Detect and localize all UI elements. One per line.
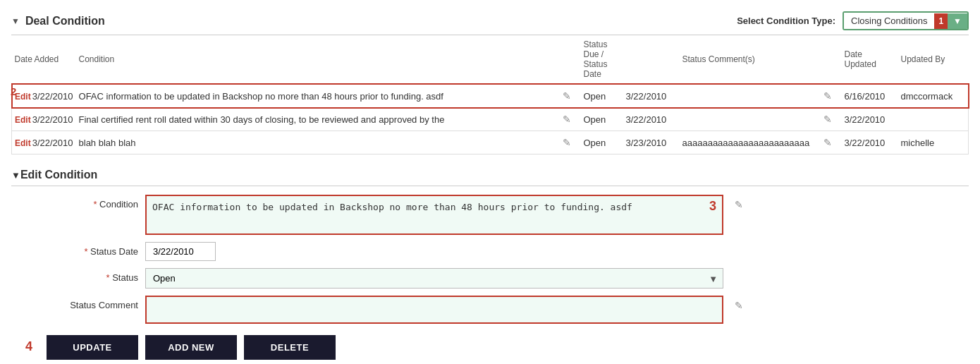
col-header-editicon2 (821, 35, 842, 84)
row3-condition: blah blah blah (76, 131, 560, 154)
condition-row: * Condition OFAC information to be updat… (25, 195, 969, 235)
table-row: Edit3/22/2010 blah blah blah ✎ Open 3/23… (12, 131, 969, 154)
table-row: Edit3/22/2010 Final certified rent roll … (12, 108, 969, 131)
dropdown-arrow-icon[interactable]: ▼ (948, 13, 967, 29)
row2-updated-by (898, 108, 969, 131)
row1-edit-icon[interactable]: ✎ (560, 84, 581, 108)
edit-form: * Condition OFAC information to be updat… (11, 195, 969, 324)
status-date-label: * Status Date (25, 242, 138, 257)
edit-condition-section: ▼ Edit Condition * Condition OFAC inform… (11, 163, 969, 360)
badge-1: 1 (934, 13, 948, 29)
page-wrapper: ▼ Deal Condition Select Condition Type: … (0, 0, 980, 364)
status-date-row: * Status Date (25, 242, 969, 261)
condition-type-dropdown[interactable]: Closing Conditions 1 ▼ (843, 11, 969, 30)
row3-edit-link[interactable]: Edit (15, 138, 31, 148)
update-button[interactable]: UPDATE (47, 335, 138, 360)
row1-condition: OFAC information to be updated in Backsh… (76, 84, 560, 108)
row2-date-updated: 3/22/2010 (842, 108, 898, 131)
edit-section-header: ▼ Edit Condition (11, 163, 969, 186)
status-comment-inner (147, 297, 722, 322)
col-header-statuscomment: Status Comment(s) (680, 35, 821, 84)
row3-date-updated: 3/22/2010 (842, 131, 898, 154)
row1-edit-link[interactable]: Edit (15, 92, 31, 102)
row3-status-comment: aaaaaaaaaaaaaaaaaaaaaaaaa (680, 131, 821, 154)
row1-status-comment (680, 84, 821, 108)
row3-date: 3/22/2010 (32, 138, 73, 148)
row1-date: 3/22/2010 (32, 91, 73, 102)
badge-3: 3 (709, 199, 716, 214)
row3-edit-icon[interactable]: ✎ (560, 131, 581, 154)
col-header-updated-by: Updated By (898, 35, 969, 84)
row2-update-edit-icon[interactable]: ✎ (821, 108, 842, 131)
condition-textarea-wrapper: OFAC information to be updated in Backsh… (145, 195, 723, 235)
table-row: 2 Edit3/22/2010 OFAC information to be u… (12, 84, 969, 108)
row2-edit-date: Edit3/22/2010 (12, 108, 76, 131)
row2-status: Open (581, 108, 623, 131)
col-header-condition: Condition (76, 35, 560, 84)
row2-status-date: 3/22/2010 (623, 108, 680, 131)
deal-condition-header: ▼ Deal Condition Select Condition Type: … (11, 6, 969, 35)
col-header-status: Status Due / Status Date (581, 35, 623, 84)
row1-date-updated: 6/16/2010 (842, 84, 898, 108)
status-date-input[interactable] (145, 242, 216, 261)
table-header-row: Date Added Condition Status Due / Status… (12, 35, 969, 84)
row2-edit-icon[interactable]: ✎ (560, 108, 581, 131)
status-comment-wrapper (145, 296, 723, 324)
row2-status-comment (680, 108, 821, 131)
row2-date: 3/22/2010 (32, 114, 73, 125)
row1-edit-date: 2 Edit3/22/2010 (12, 84, 76, 108)
comment-edit-icon[interactable]: ✎ (735, 296, 743, 311)
row2-condition: Final certified rent roll dated within 3… (76, 108, 560, 131)
dropdown-selected-value: Closing Conditions (844, 13, 934, 29)
badge-4: 4 (25, 339, 32, 354)
row3-updated-by: michelle (898, 131, 969, 154)
deal-condition-title: Deal Condition (25, 15, 105, 28)
col-header-date-updated: Date Updated (842, 35, 898, 84)
row1-update-edit-icon[interactable]: ✎ (821, 84, 842, 108)
status-comment-label: Status Comment (25, 296, 138, 310)
condition-label: * Condition (25, 195, 138, 210)
col-header-date-added: Date Added (12, 35, 76, 84)
add-new-button[interactable]: ADD NEW (145, 335, 237, 360)
condition-textarea[interactable]: OFAC information to be updated in Backsh… (147, 196, 722, 231)
status-label: * Status (25, 268, 138, 283)
edit-section-title: Edit Condition (20, 169, 97, 181)
col-header-edit (560, 35, 581, 84)
condition-edit-icon[interactable]: ✎ (735, 195, 743, 210)
col-header-statusdate (623, 35, 680, 84)
collapse-icon[interactable]: ▼ (11, 16, 20, 26)
status-select[interactable]: Open Closed Waived (145, 268, 723, 289)
condition-type-selector: Select Condition Type: Closing Condition… (737, 11, 969, 30)
status-comment-row: Status Comment ✎ (25, 296, 969, 324)
conditions-table: Date Added Condition Status Due / Status… (11, 35, 969, 154)
row2-edit-link[interactable]: Edit (15, 115, 31, 125)
buttons-area: 4 UPDATE ADD NEW DELETE (11, 335, 969, 360)
row1-status-date: 3/22/2010 (623, 84, 680, 108)
select-condition-label: Select Condition Type: (737, 16, 835, 26)
status-select-wrapper: Open Closed Waived ▼ (145, 268, 723, 289)
row3-edit-date: Edit3/22/2010 (12, 131, 76, 154)
edit-collapse-icon[interactable]: ▼ (11, 170, 20, 181)
row3-status: Open (581, 131, 623, 154)
row3-status-date: 3/23/2010 (623, 131, 680, 154)
row1-updated-by: dmccormack (898, 84, 969, 108)
row1-status: Open (581, 84, 623, 108)
row3-update-edit-icon[interactable]: ✎ (821, 131, 842, 154)
delete-button[interactable]: DELETE (244, 335, 336, 360)
status-row: * Status Open Closed Waived ▼ (25, 268, 969, 289)
badge-2: 2 (11, 85, 16, 97)
